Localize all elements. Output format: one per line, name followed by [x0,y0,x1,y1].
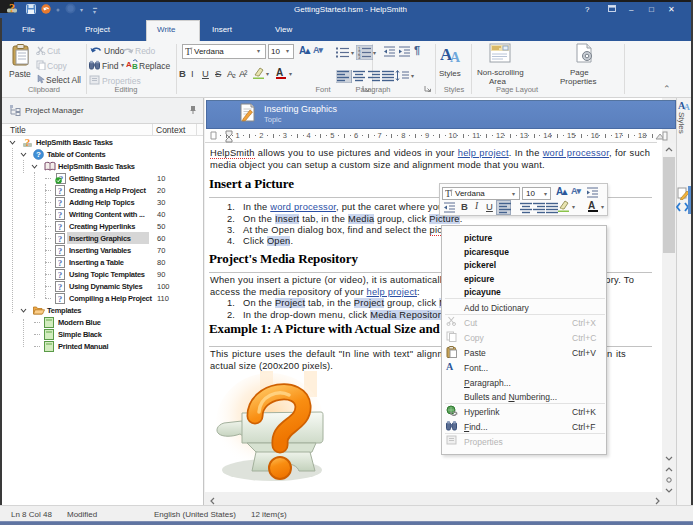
svg-text:?: ? [36,150,41,159]
svg-text:B: B [132,62,138,69]
svg-text:?: ? [58,294,63,304]
svg-text:A: A [684,103,690,110]
svg-text:T: T [445,188,451,198]
svg-text:?: ? [58,186,63,196]
svg-text:?: ? [58,234,63,244]
svg-text:?: ? [58,258,63,268]
svg-text:?: ? [58,246,63,256]
svg-text:T: T [185,46,191,56]
svg-text:?: ? [58,282,63,292]
svg-text:?: ? [58,198,63,208]
svg-text:?: ? [58,210,63,220]
svg-text:A: A [276,67,283,78]
svg-text:?: ? [58,222,63,232]
svg-text:A: A [588,200,595,211]
svg-text:?: ? [25,137,31,148]
svg-text:A: A [450,50,461,63]
svg-text:?: ? [9,1,15,14]
svg-text:?: ? [58,270,63,280]
